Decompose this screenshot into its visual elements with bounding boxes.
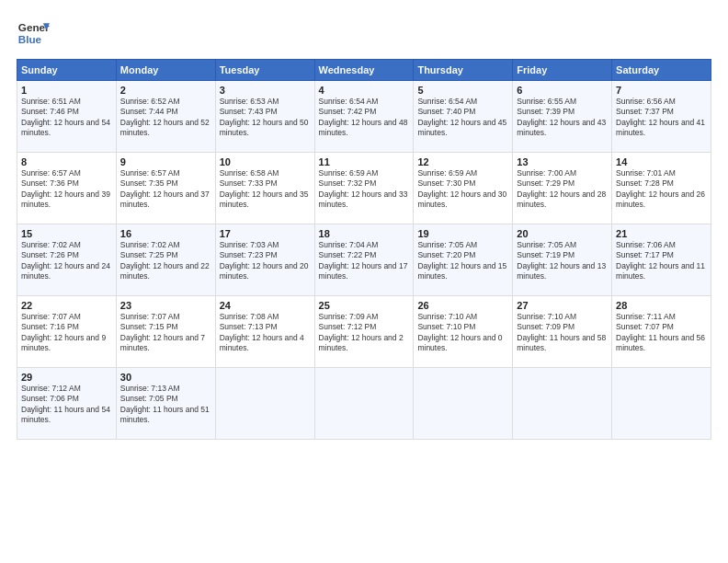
- page: General Blue SundayMondayTuesdayWednesda…: [0, 0, 728, 563]
- svg-text:General: General: [18, 21, 50, 33]
- day-number: 14: [616, 156, 707, 167]
- calendar-cell: 22 Sunrise: 7:07 AMSunset: 7:16 PMDaylig…: [17, 296, 117, 368]
- day-number: 30: [120, 372, 211, 383]
- logo: General Blue: [17, 17, 50, 50]
- day-number: 28: [616, 300, 707, 311]
- header: General Blue: [17, 17, 711, 50]
- day-number: 18: [319, 228, 410, 239]
- calendar-cell: 16 Sunrise: 7:02 AMSunset: 7:25 PMDaylig…: [116, 224, 215, 296]
- calendar-week-row: 29 Sunrise: 7:12 AMSunset: 7:06 PMDaylig…: [17, 368, 711, 440]
- day-number: 12: [417, 156, 508, 167]
- calendar-cell: 10 Sunrise: 6:58 AMSunset: 7:33 PMDaylig…: [215, 153, 314, 224]
- day-info: Sunrise: 7:05 AMSunset: 7:19 PMDaylight:…: [517, 240, 608, 282]
- calendar-cell: 13 Sunrise: 7:00 AMSunset: 7:29 PMDaylig…: [513, 153, 612, 224]
- weekday-header-sunday: Sunday: [17, 60, 117, 81]
- day-number: 21: [616, 228, 707, 239]
- day-info: Sunrise: 6:51 AMSunset: 7:46 PMDaylight:…: [21, 97, 112, 139]
- calendar-cell: 20 Sunrise: 7:05 AMSunset: 7:19 PMDaylig…: [513, 224, 612, 296]
- calendar-week-row: 22 Sunrise: 7:07 AMSunset: 7:16 PMDaylig…: [17, 296, 711, 368]
- day-number: 6: [517, 85, 608, 96]
- day-info: Sunrise: 6:54 AMSunset: 7:40 PMDaylight:…: [417, 97, 508, 139]
- day-info: Sunrise: 7:10 AMSunset: 7:09 PMDaylight:…: [517, 312, 608, 354]
- day-info: Sunrise: 7:04 AMSunset: 7:22 PMDaylight:…: [319, 240, 410, 282]
- day-number: 9: [120, 156, 211, 167]
- weekday-header-tuesday: Tuesday: [215, 60, 314, 81]
- day-info: Sunrise: 7:07 AMSunset: 7:15 PMDaylight:…: [120, 312, 211, 354]
- day-number: 1: [21, 85, 112, 96]
- calendar-cell: 17 Sunrise: 7:03 AMSunset: 7:23 PMDaylig…: [215, 224, 314, 296]
- calendar-cell: 21 Sunrise: 7:06 AMSunset: 7:17 PMDaylig…: [612, 224, 711, 296]
- generalblue-logo-icon: General Blue: [17, 17, 50, 50]
- day-info: Sunrise: 6:53 AMSunset: 7:43 PMDaylight:…: [220, 97, 311, 139]
- calendar-cell: 4 Sunrise: 6:54 AMSunset: 7:42 PMDayligh…: [314, 81, 414, 153]
- day-info: Sunrise: 6:54 AMSunset: 7:42 PMDaylight:…: [319, 97, 410, 139]
- weekday-header-saturday: Saturday: [612, 60, 711, 81]
- day-info: Sunrise: 6:58 AMSunset: 7:33 PMDaylight:…: [220, 168, 311, 211]
- day-number: 29: [21, 372, 112, 383]
- day-info: Sunrise: 7:06 AMSunset: 7:17 PMDaylight:…: [616, 240, 707, 282]
- day-info: Sunrise: 7:09 AMSunset: 7:12 PMDaylight:…: [319, 312, 410, 354]
- calendar-week-row: 8 Sunrise: 6:57 AMSunset: 7:36 PMDayligh…: [17, 153, 711, 224]
- calendar-cell: 2 Sunrise: 6:52 AMSunset: 7:44 PMDayligh…: [116, 81, 215, 153]
- calendar-cell: 3 Sunrise: 6:53 AMSunset: 7:43 PMDayligh…: [215, 81, 314, 153]
- day-info: Sunrise: 6:56 AMSunset: 7:37 PMDaylight:…: [616, 97, 707, 139]
- calendar-cell: 11 Sunrise: 6:59 AMSunset: 7:32 PMDaylig…: [314, 153, 414, 224]
- calendar-cell: 14 Sunrise: 7:01 AMSunset: 7:28 PMDaylig…: [612, 153, 711, 224]
- day-number: 20: [517, 228, 608, 239]
- day-info: Sunrise: 7:13 AMSunset: 7:05 PMDaylight:…: [120, 384, 211, 426]
- calendar-cell: 27 Sunrise: 7:10 AMSunset: 7:09 PMDaylig…: [513, 296, 612, 368]
- calendar-cell: 18 Sunrise: 7:04 AMSunset: 7:22 PMDaylig…: [314, 224, 414, 296]
- day-number: 5: [417, 85, 508, 96]
- day-number: 17: [220, 228, 311, 239]
- day-info: Sunrise: 7:02 AMSunset: 7:26 PMDaylight:…: [21, 240, 112, 282]
- day-info: Sunrise: 6:52 AMSunset: 7:44 PMDaylight:…: [120, 97, 211, 139]
- day-info: Sunrise: 6:57 AMSunset: 7:35 PMDaylight:…: [120, 168, 211, 211]
- calendar-cell: [414, 368, 513, 440]
- calendar-cell: [612, 368, 711, 440]
- day-info: Sunrise: 6:59 AMSunset: 7:32 PMDaylight:…: [319, 168, 410, 211]
- day-info: Sunrise: 7:08 AMSunset: 7:13 PMDaylight:…: [220, 312, 311, 354]
- calendar-cell: 23 Sunrise: 7:07 AMSunset: 7:15 PMDaylig…: [116, 296, 215, 368]
- day-number: 16: [120, 228, 211, 239]
- calendar-week-row: 1 Sunrise: 6:51 AMSunset: 7:46 PMDayligh…: [17, 81, 711, 153]
- weekday-header-thursday: Thursday: [414, 60, 513, 81]
- weekday-header-monday: Monday: [116, 60, 215, 81]
- day-info: Sunrise: 7:12 AMSunset: 7:06 PMDaylight:…: [21, 384, 112, 426]
- day-number: 22: [21, 300, 112, 311]
- day-number: 13: [517, 156, 608, 167]
- calendar-cell: 30 Sunrise: 7:13 AMSunset: 7:05 PMDaylig…: [116, 368, 215, 440]
- calendar-cell: 19 Sunrise: 7:05 AMSunset: 7:20 PMDaylig…: [414, 224, 513, 296]
- day-info: Sunrise: 7:10 AMSunset: 7:10 PMDaylight:…: [417, 312, 508, 354]
- calendar-cell: 8 Sunrise: 6:57 AMSunset: 7:36 PMDayligh…: [17, 153, 117, 224]
- calendar-cell: 1 Sunrise: 6:51 AMSunset: 7:46 PMDayligh…: [17, 81, 117, 153]
- day-number: 4: [319, 85, 410, 96]
- calendar-cell: 24 Sunrise: 7:08 AMSunset: 7:13 PMDaylig…: [215, 296, 314, 368]
- day-info: Sunrise: 7:07 AMSunset: 7:16 PMDaylight:…: [21, 312, 112, 354]
- calendar-cell: 12 Sunrise: 6:59 AMSunset: 7:30 PMDaylig…: [414, 153, 513, 224]
- calendar-cell: 5 Sunrise: 6:54 AMSunset: 7:40 PMDayligh…: [414, 81, 513, 153]
- calendar-week-row: 15 Sunrise: 7:02 AMSunset: 7:26 PMDaylig…: [17, 224, 711, 296]
- calendar-cell: 25 Sunrise: 7:09 AMSunset: 7:12 PMDaylig…: [314, 296, 414, 368]
- day-info: Sunrise: 6:57 AMSunset: 7:36 PMDaylight:…: [21, 168, 112, 211]
- calendar-table: SundayMondayTuesdayWednesdayThursdayFrid…: [17, 59, 711, 440]
- calendar-cell: [513, 368, 612, 440]
- day-number: 7: [616, 85, 707, 96]
- weekday-header-wednesday: Wednesday: [314, 60, 414, 81]
- day-number: 10: [220, 156, 311, 167]
- day-number: 19: [417, 228, 508, 239]
- day-number: 3: [220, 85, 311, 96]
- day-number: 27: [517, 300, 608, 311]
- day-info: Sunrise: 7:00 AMSunset: 7:29 PMDaylight:…: [517, 168, 608, 211]
- calendar-cell: 7 Sunrise: 6:56 AMSunset: 7:37 PMDayligh…: [612, 81, 711, 153]
- day-info: Sunrise: 6:59 AMSunset: 7:30 PMDaylight:…: [417, 168, 508, 211]
- day-info: Sunrise: 7:11 AMSunset: 7:07 PMDaylight:…: [616, 312, 707, 354]
- day-number: 2: [120, 85, 211, 96]
- calendar-cell: [215, 368, 314, 440]
- calendar-cell: 29 Sunrise: 7:12 AMSunset: 7:06 PMDaylig…: [17, 368, 117, 440]
- day-number: 15: [21, 228, 112, 239]
- day-number: 24: [220, 300, 311, 311]
- calendar-cell: [314, 368, 414, 440]
- day-info: Sunrise: 7:03 AMSunset: 7:23 PMDaylight:…: [220, 240, 311, 282]
- calendar-cell: 15 Sunrise: 7:02 AMSunset: 7:26 PMDaylig…: [17, 224, 117, 296]
- day-info: Sunrise: 7:01 AMSunset: 7:28 PMDaylight:…: [616, 168, 707, 211]
